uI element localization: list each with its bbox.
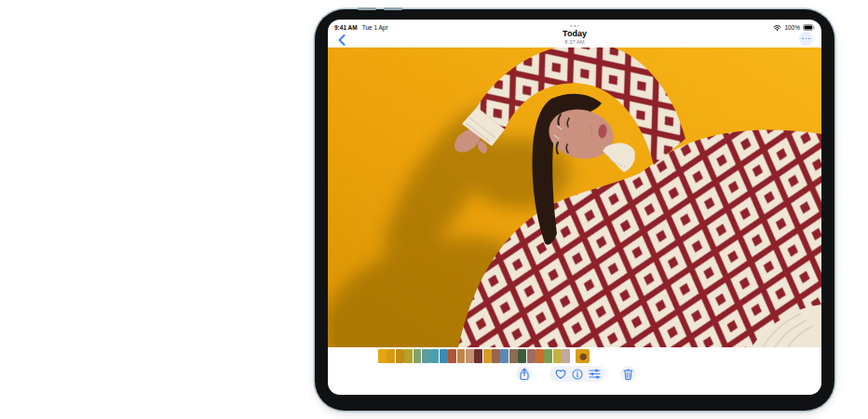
status-date: Tue 1 Apr bbox=[362, 24, 388, 31]
photo-actions-pill bbox=[549, 366, 605, 382]
filmstrip-thumbnail[interactable] bbox=[544, 349, 552, 363]
battery-percent: 100% bbox=[784, 24, 800, 31]
info-button[interactable] bbox=[572, 368, 584, 380]
filmstrip-thumbnail[interactable] bbox=[378, 349, 387, 363]
volume-down-button[interactable] bbox=[384, 7, 402, 10]
ellipsis-icon bbox=[802, 38, 804, 40]
sliders-icon bbox=[589, 369, 601, 379]
filmstrip-thumbnail[interactable] bbox=[414, 349, 422, 363]
filmstrip-thumbnail[interactable] bbox=[396, 349, 404, 363]
filmstrip-thumbnail[interactable] bbox=[430, 349, 439, 363]
wifi-icon bbox=[773, 24, 781, 31]
ipad-device-frame: 9:41 AM Tue 1 Apr 100% bbox=[315, 9, 834, 411]
filmstrip-thumbnail[interactable] bbox=[518, 349, 526, 363]
filmstrip-thumbnail[interactable] bbox=[457, 349, 466, 363]
filmstrip-thumbnail[interactable] bbox=[527, 349, 536, 363]
filmstrip-thumbnail[interactable] bbox=[562, 349, 570, 363]
info-icon bbox=[572, 369, 583, 380]
filmstrip-thumbnail[interactable] bbox=[492, 349, 500, 363]
filmstrip-thumbnail[interactable] bbox=[440, 349, 448, 363]
filmstrip-thumbnail[interactable] bbox=[483, 349, 492, 363]
trash-icon bbox=[623, 368, 633, 380]
photo-view[interactable] bbox=[328, 47, 821, 347]
filmstrip-selected-thumbnail[interactable] bbox=[576, 349, 590, 363]
delete-button[interactable] bbox=[620, 366, 636, 382]
more-button[interactable] bbox=[799, 32, 813, 46]
filmstrip-thumbnail[interactable] bbox=[404, 349, 413, 363]
filmstrip-thumbnail[interactable] bbox=[536, 349, 544, 363]
page-background: 9:41 AM Tue 1 Apr 100% bbox=[0, 0, 868, 419]
filmstrip-thumbnail[interactable] bbox=[474, 349, 482, 363]
battery-icon bbox=[803, 24, 815, 31]
filmstrip-thumbnail[interactable] bbox=[553, 349, 562, 363]
status-time: 9:41 AM bbox=[334, 24, 358, 31]
filmstrip-thumbnail[interactable] bbox=[466, 349, 474, 363]
volume-up-button[interactable] bbox=[358, 7, 376, 10]
filmstrip-thumbnail[interactable] bbox=[387, 349, 395, 363]
share-icon bbox=[519, 368, 530, 381]
chevron-left-icon bbox=[338, 34, 346, 46]
back-button[interactable] bbox=[335, 34, 348, 47]
ipad-screen: 9:41 AM Tue 1 Apr 100% bbox=[328, 20, 821, 395]
multitasking-indicator-icon[interactable] bbox=[570, 25, 578, 27]
filmstrip-thumbnail[interactable] bbox=[422, 349, 430, 363]
filmstrip-thumbnail[interactable] bbox=[509, 349, 518, 363]
share-button[interactable] bbox=[516, 366, 532, 382]
filmstrip-thumbnail[interactable] bbox=[448, 349, 456, 363]
filmstrip[interactable] bbox=[378, 349, 570, 363]
adjust-button[interactable] bbox=[589, 368, 601, 380]
status-bar: 9:41 AM Tue 1 Apr 100% bbox=[334, 22, 815, 33]
heart-icon bbox=[555, 369, 566, 379]
page-subtitle: 8:37 AM bbox=[328, 39, 821, 45]
filmstrip-thumbnail[interactable] bbox=[500, 349, 509, 363]
favorite-button[interactable] bbox=[554, 368, 566, 380]
